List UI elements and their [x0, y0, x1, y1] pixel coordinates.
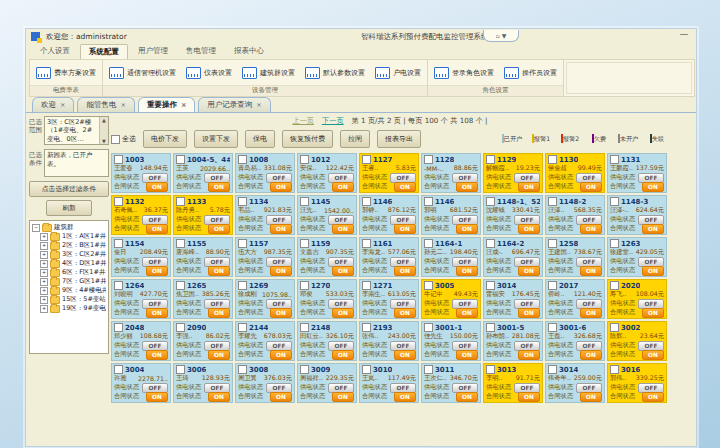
switch-on-button[interactable]: ON — [518, 308, 540, 318]
switch-on-button[interactable]: ON — [394, 266, 416, 276]
expand-icon[interactable]: + — [40, 242, 48, 250]
switch-on-button[interactable]: ON — [580, 308, 602, 318]
room-checkbox[interactable] — [114, 239, 123, 248]
document-tab[interactable]: 能管售电 × — [77, 97, 134, 112]
room-checkbox[interactable] — [548, 281, 557, 290]
close-icon[interactable]: × — [256, 101, 261, 109]
switch-on-button[interactable]: ON — [580, 224, 602, 234]
room-checkbox[interactable] — [610, 281, 619, 290]
tree-node[interactable]: + 3区：C区2#井（1#变 — [32, 250, 106, 259]
room-checkbox[interactable] — [362, 365, 371, 374]
switch-on-button[interactable]: ON — [456, 224, 478, 234]
room-checkbox[interactable] — [548, 239, 557, 248]
expand-icon[interactable]: + — [40, 287, 48, 295]
room-checkbox[interactable] — [114, 155, 123, 164]
switch-on-button[interactable]: ON — [394, 182, 416, 192]
switch-on-button[interactable]: ON — [394, 308, 416, 318]
action-button[interactable]: 拉闸 — [340, 130, 370, 148]
switch-on-button[interactable]: ON — [518, 182, 540, 192]
tree-node[interactable]: + 7区：G区1#井 — [32, 277, 106, 286]
room-checkbox[interactable] — [424, 155, 433, 164]
expand-icon[interactable]: + — [40, 296, 48, 304]
switch-on-button[interactable]: ON — [642, 182, 664, 192]
switch-on-button[interactable]: ON — [642, 392, 664, 402]
close-icon[interactable]: × — [120, 101, 125, 109]
action-button[interactable]: 设置下发 — [194, 130, 238, 148]
room-checkbox[interactable] — [610, 365, 619, 374]
ribbon-button[interactable]: 户电设置 — [375, 67, 421, 79]
room-checkbox[interactable] — [610, 239, 619, 248]
scroll-down-icon[interactable]: ▼ — [102, 138, 106, 145]
room-checkbox[interactable] — [300, 155, 309, 164]
switch-on-button[interactable]: ON — [270, 182, 292, 192]
room-checkbox[interactable] — [114, 323, 123, 332]
room-checkbox[interactable] — [238, 155, 247, 164]
ribbon-toggle[interactable]: ▫ ▼ — [483, 30, 519, 42]
tree-node[interactable]: + 2区：B区1#井(B区1# — [32, 241, 106, 250]
switch-on-button[interactable]: ON — [270, 392, 292, 402]
room-checkbox[interactable] — [362, 155, 371, 164]
expand-icon[interactable]: + — [40, 233, 48, 241]
switch-on-button[interactable]: ON — [332, 266, 354, 276]
room-checkbox[interactable] — [176, 155, 185, 164]
switch-on-button[interactable]: ON — [456, 182, 478, 192]
close-icon[interactable]: × — [181, 101, 186, 109]
room-checkbox[interactable] — [238, 365, 247, 374]
tree-node[interactable]: + 1区：A区1#井 — [32, 232, 106, 241]
tree-node[interactable]: + 6区：F区1#井（F区1# — [32, 268, 106, 277]
switch-on-button[interactable]: ON — [208, 392, 230, 402]
switch-on-button[interactable]: ON — [146, 224, 168, 234]
room-checkbox[interactable] — [610, 323, 619, 332]
room-checkbox[interactable] — [176, 323, 185, 332]
tree-node[interactable]: + 4区：D区1#井（D区1 — [32, 259, 106, 268]
minimize-button[interactable]: — — [677, 30, 691, 40]
switch-on-button[interactable]: ON — [270, 224, 292, 234]
switch-on-button[interactable]: ON — [208, 182, 230, 192]
action-button[interactable]: 报表导出 — [377, 130, 421, 148]
switch-on-button[interactable]: ON — [332, 224, 354, 234]
document-tab[interactable]: 重要操作 × — [138, 97, 195, 112]
action-button[interactable]: 电价下发 — [143, 130, 187, 148]
expand-icon[interactable]: + — [40, 269, 48, 277]
switch-on-button[interactable]: ON — [456, 308, 478, 318]
switch-on-button[interactable]: ON — [642, 308, 664, 318]
room-checkbox[interactable] — [300, 239, 309, 248]
selected-range-listbox[interactable]: ▲▼ 3区：C区2#楼（1#变电、2#变电、0区… — [44, 116, 109, 145]
switch-on-button[interactable]: ON — [580, 266, 602, 276]
room-checkbox[interactable] — [486, 323, 495, 332]
room-checkbox[interactable] — [486, 155, 495, 164]
room-checkbox[interactable] — [300, 365, 309, 374]
tree-node[interactable]: + 19区：9#变电站（2# — [32, 304, 106, 313]
room-checkbox[interactable] — [176, 281, 185, 290]
ribbon-button[interactable]: 默认参数设置 — [305, 67, 365, 79]
switch-on-button[interactable]: ON — [580, 350, 602, 360]
next-page-link[interactable]: 下一页 — [322, 116, 344, 126]
room-checkbox[interactable] — [176, 239, 185, 248]
switch-on-button[interactable]: ON — [208, 224, 230, 234]
room-checkbox[interactable] — [176, 365, 185, 374]
ribbon-button[interactable]: 仪表设置 — [186, 67, 232, 79]
room-checkbox[interactable] — [114, 365, 123, 374]
select-all-checkbox[interactable] — [111, 135, 120, 144]
refresh-button[interactable]: 刷新 — [46, 200, 92, 216]
room-checkbox[interactable] — [114, 281, 123, 290]
switch-on-button[interactable]: ON — [332, 308, 354, 318]
listbox-scrollbar[interactable]: ▲▼ — [99, 117, 108, 144]
room-checkbox[interactable] — [238, 281, 247, 290]
room-checkbox[interactable] — [424, 239, 433, 248]
room-checkbox[interactable] — [362, 197, 371, 206]
tree-root[interactable]: − 建筑群 — [32, 223, 106, 232]
switch-on-button[interactable]: ON — [518, 350, 540, 360]
switch-on-button[interactable]: ON — [580, 182, 602, 192]
switch-on-button[interactable]: ON — [208, 308, 230, 318]
document-tab[interactable]: 用户记录查询 × — [198, 97, 270, 112]
switch-on-button[interactable]: ON — [456, 350, 478, 360]
switch-on-button[interactable]: ON — [146, 392, 168, 402]
room-checkbox[interactable] — [548, 197, 557, 206]
room-checkbox[interactable] — [238, 197, 247, 206]
expand-icon[interactable]: + — [40, 251, 48, 259]
ribbon-button[interactable]: 操作员设置 — [504, 67, 557, 79]
switch-on-button[interactable]: ON — [146, 266, 168, 276]
switch-on-button[interactable]: ON — [146, 182, 168, 192]
room-checkbox[interactable] — [238, 323, 247, 332]
